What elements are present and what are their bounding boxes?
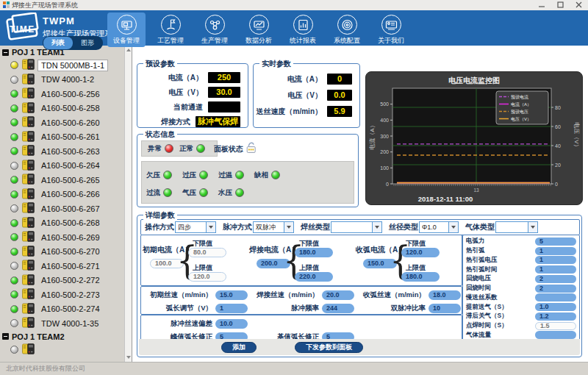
svg-text:500: 500 xyxy=(380,101,389,107)
chevron-down-icon[interactable] xyxy=(372,222,381,232)
alarm-indicator: 过温 xyxy=(218,171,244,180)
collapse-icon[interactable] xyxy=(2,49,9,56)
device-item[interactable]: A160-500-6-264 xyxy=(0,159,124,174)
lower-limit-field[interactable]: 120.0 xyxy=(401,248,440,257)
nav-item-about-us[interactable]: 关于我们 xyxy=(372,12,410,47)
app-icon xyxy=(3,1,10,10)
nav-item-device-management[interactable]: 设备管理 xyxy=(107,12,146,47)
device-name: A160-500-6-263 xyxy=(38,146,103,157)
device-item[interactable]: TDW 4000-1-2 xyxy=(0,73,124,88)
device-item[interactable] xyxy=(0,343,124,357)
collapse-icon[interactable] xyxy=(2,333,9,340)
device-item[interactable]: A160-500-6-268 xyxy=(0,216,124,231)
extra-param-row: 回烧时间2 xyxy=(463,284,579,293)
speed-row: 弧长调节（V）1脉冲频率244双脉冲比率10 xyxy=(141,301,462,315)
device-status-led xyxy=(10,346,18,354)
alarm-led xyxy=(271,171,280,179)
svg-text:预设电流: 预设电流 xyxy=(511,94,528,100)
extra-param-field[interactable]: 1 xyxy=(535,247,576,255)
nav-item-statistics-report[interactable]: 统计报表 xyxy=(284,12,322,47)
extra-param-field[interactable]: 5 xyxy=(535,238,576,246)
extra-param-field[interactable] xyxy=(535,331,576,339)
nav-item-process-management[interactable]: 工艺管理 xyxy=(151,12,190,47)
maximize-icon[interactable] xyxy=(557,1,564,8)
svg-text:0: 0 xyxy=(386,182,389,187)
device-name: A160-500-6-264 xyxy=(38,160,103,171)
nav-item-system-config[interactable]: 系统配置 xyxy=(328,12,366,47)
speed-field[interactable]: 1 xyxy=(215,304,248,313)
device-item[interactable]: TDW 4000-1-35 xyxy=(0,316,124,331)
device-item[interactable]: A160-500-2-274 xyxy=(0,302,124,317)
dropdown-group: 丝径类型Φ1.0 xyxy=(389,221,459,233)
scroll-up-icon[interactable] xyxy=(126,49,131,51)
chevron-down-icon[interactable] xyxy=(284,222,293,232)
extra-param-field[interactable]: 2 xyxy=(535,285,576,293)
sidebar-scrollbar[interactable] xyxy=(124,46,132,362)
extra-param-field[interactable]: 1.5 xyxy=(535,322,576,330)
device-item[interactable]: A160-500-6-263 xyxy=(0,144,124,159)
气体类型-select[interactable] xyxy=(495,221,538,233)
view-button-list[interactable]: 列表 xyxy=(43,37,73,49)
device-item[interactable]: A160-500-6-260 xyxy=(0,115,124,130)
device-item[interactable]: A160-500-6-269 xyxy=(0,230,124,245)
tree-group-header[interactable]: POJ 1 TEAM2 xyxy=(0,331,124,343)
device-item[interactable]: A160-500-6-261 xyxy=(0,130,124,145)
close-icon[interactable] xyxy=(576,1,582,8)
device-status-led xyxy=(10,190,18,199)
device-management-icon xyxy=(117,15,137,35)
extra-param-field[interactable]: 1 xyxy=(535,265,576,274)
add-button[interactable]: 添加 xyxy=(221,342,257,353)
dropdown-group: 焊丝类型 xyxy=(301,221,382,233)
焊丝类型-select[interactable] xyxy=(331,221,382,233)
preset-value xyxy=(208,101,240,113)
丝径类型-select[interactable]: Φ1.0 xyxy=(419,221,459,233)
device-item[interactable]: A160-500-6-258 xyxy=(0,101,124,116)
welder-device-icon xyxy=(22,288,38,301)
welder-device-icon xyxy=(22,160,38,172)
nav-item-production-management[interactable]: 生产管理 xyxy=(196,12,234,47)
scroll-down-icon[interactable] xyxy=(126,356,131,359)
dropdown-label: 焊丝类型 xyxy=(301,222,330,232)
view-button-graphic[interactable]: 图形 xyxy=(73,37,102,49)
lower-limit-field[interactable]: 180.0 xyxy=(295,248,333,257)
speed-field[interactable]: 10 xyxy=(429,304,461,313)
correction-field[interactable]: 10.0 xyxy=(215,319,248,329)
extra-param-field[interactable] xyxy=(535,293,576,301)
send-params-button[interactable]: 下发参数到面板 xyxy=(295,342,363,353)
upper-limit-field[interactable]: 120.0 xyxy=(188,272,226,282)
脉冲方式-select[interactable]: 双脉冲 xyxy=(253,221,294,233)
speed-field[interactable]: 15.0 xyxy=(215,290,248,300)
device-item[interactable]: TDN 5000MB-1-1 xyxy=(0,58,124,73)
extra-param-field[interactable]: 1.2 xyxy=(535,312,576,321)
chevron-down-icon[interactable] xyxy=(528,222,537,232)
device-item[interactable]: A160-500-6-265 xyxy=(0,173,124,188)
device-item[interactable]: A160-500-6-271 xyxy=(0,259,124,274)
操作方式-select[interactable]: 四步 xyxy=(175,221,216,233)
device-item[interactable]: A160-500-6-270 xyxy=(0,245,124,260)
preset-label: 焊接方式 xyxy=(161,117,190,127)
speed-field[interactable]: 18.0 xyxy=(429,290,461,300)
extra-param-field[interactable]: 2 xyxy=(535,275,576,283)
device-item[interactable]: A160-500-6-267 xyxy=(0,201,124,216)
upper-limit-field[interactable]: 220.0 xyxy=(295,272,333,282)
extra-param-field[interactable]: 1 xyxy=(535,256,576,264)
lower-limit-field[interactable]: 80.0 xyxy=(188,248,226,257)
speed-field[interactable]: 244 xyxy=(322,304,354,313)
upper-limit-field[interactable]: 180.0 xyxy=(401,272,440,282)
preset-label: 当前通道 xyxy=(173,102,203,113)
chevron-down-icon[interactable] xyxy=(448,222,458,232)
device-item[interactable]: A160-500-6-256 xyxy=(0,87,124,101)
alarm-indicator: 欠压 xyxy=(146,171,172,180)
device-item[interactable]: A160-500-2-273 xyxy=(0,288,124,302)
chevron-down-icon[interactable] xyxy=(206,222,215,232)
speed-label: 焊接丝速（m/min） xyxy=(257,290,319,300)
speed-field[interactable]: 20.0 xyxy=(322,290,354,300)
device-status-led xyxy=(10,248,18,256)
minimize-icon[interactable] xyxy=(539,1,545,8)
device-item[interactable]: A160-500-2-272 xyxy=(0,274,124,288)
welder-device-icon xyxy=(22,74,38,86)
device-item[interactable]: A160-500-6-266 xyxy=(0,188,124,202)
nav-item-data-analysis[interactable]: 数据分析 xyxy=(240,12,278,47)
welder-device-icon xyxy=(22,116,38,129)
extra-param-field[interactable]: 1.0 xyxy=(535,303,576,311)
